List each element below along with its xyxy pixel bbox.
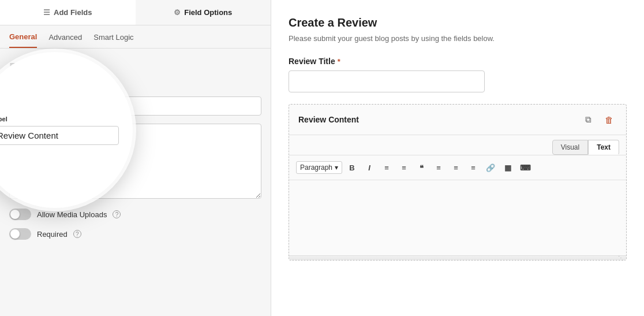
add-fields-icon: ☰	[43, 8, 50, 17]
tab-field-options-label: Field Options	[184, 8, 232, 17]
rich-text-header: Review Content ⧉ 🗑	[289, 105, 626, 135]
editor-tab-text[interactable]: Text	[588, 140, 619, 155]
required-row: Required ?	[9, 228, 261, 240]
allow-media-uploads-toggle[interactable]	[9, 209, 31, 220]
paragraph-label: Paragraph	[300, 163, 332, 172]
tab-add-fields[interactable]: ☰ Add Fields	[0, 0, 136, 25]
chevron-down-icon: ▾	[335, 163, 338, 172]
blockquote-btn[interactable]: ❝	[414, 160, 429, 175]
keyboard-btn[interactable]: ⌨	[518, 160, 533, 175]
duplicate-icon-btn[interactable]: ⧉	[580, 111, 596, 128]
resize-icon: ⋱	[618, 255, 624, 261]
rich-text-block-title: Review Content	[298, 115, 359, 124]
left-panel: ☰ Add Fields ⚙ Field Options General Adv…	[0, 0, 271, 316]
required-star: *	[338, 57, 340, 66]
delete-icon-btn[interactable]: 🗑	[601, 111, 617, 128]
editor-tabs: Visual Text	[289, 135, 626, 155]
table-btn[interactable]: ▦	[500, 160, 515, 175]
paragraph-select[interactable]: Paragraph ▾	[296, 161, 342, 174]
editor-resize-handle[interactable]: ⋱	[289, 255, 626, 260]
editor-toolbar: Paragraph ▾ B I ≡ ≡ ❝ ≡ ≡ ≡ 🔗 ▦ ⌨	[289, 155, 626, 180]
sub-tab-general[interactable]: General	[9, 32, 37, 48]
required-toggle[interactable]	[9, 228, 31, 240]
link-btn[interactable]: 🔗	[483, 160, 498, 175]
sub-tabs: General Advanced Smart Logic	[0, 25, 271, 49]
required-help-icon[interactable]: ?	[73, 230, 81, 238]
align-center-btn[interactable]: ≡	[448, 160, 463, 175]
tab-header: ☰ Add Fields ⚙ Field Options	[0, 0, 271, 25]
field-options-icon: ⚙	[174, 8, 181, 17]
required-label: Required	[37, 230, 68, 239]
tab-add-fields-label: Add Fields	[54, 8, 92, 17]
editor-body[interactable]	[289, 180, 626, 255]
review-title-text: Review Title	[289, 57, 335, 66]
unordered-list-btn[interactable]: ≡	[379, 160, 394, 175]
sub-tab-smart-logic[interactable]: Smart Logic	[93, 32, 133, 48]
rich-text-header-icons: ⧉ 🗑	[580, 111, 617, 128]
align-left-btn[interactable]: ≡	[431, 160, 446, 175]
editor-tab-visual[interactable]: Visual	[552, 140, 588, 155]
zoom-label: Label	[0, 116, 119, 122]
allow-media-uploads-label: Allow Media Uploads	[37, 210, 107, 219]
tab-field-options[interactable]: ⚙ Field Options	[136, 0, 271, 25]
ordered-list-btn[interactable]: ≡	[396, 160, 411, 175]
form-subtitle: Please submit your guest blog posts by u…	[289, 34, 627, 43]
italic-btn[interactable]: I	[362, 160, 377, 175]
right-panel: Create a Review Please submit your guest…	[271, 0, 644, 316]
allow-media-help-icon[interactable]: ?	[113, 210, 121, 218]
allow-media-uploads-row: Allow Media Uploads ?	[9, 209, 261, 220]
bold-btn[interactable]: B	[345, 160, 360, 175]
zoom-input[interactable]	[0, 126, 119, 145]
sub-tab-advanced[interactable]: Advanced	[48, 32, 82, 48]
review-title-input[interactable]	[289, 70, 485, 92]
rich-text-block: Review Content ⧉ 🗑 Visual Text Paragraph…	[289, 104, 627, 261]
zoom-content: Label	[0, 102, 133, 159]
align-right-btn[interactable]: ≡	[466, 160, 481, 175]
review-title-label: Review Title *	[289, 57, 627, 66]
form-title: Create a Review	[289, 16, 627, 29]
